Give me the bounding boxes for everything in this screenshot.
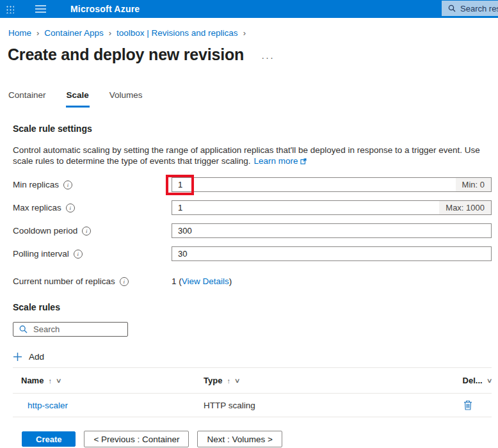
min-replicas-label-group: Min replicas i bbox=[13, 180, 172, 189]
chevron-down-icon[interactable]: ∨ bbox=[56, 377, 62, 384]
delete-header-label: Del... bbox=[463, 376, 483, 385]
azure-topbar: Microsoft Azure Search res bbox=[0, 0, 498, 18]
polling-interval-input[interactable] bbox=[172, 247, 491, 260]
rule-type-label: HTTP scaling bbox=[204, 401, 255, 410]
min-replicas-field: Min: 0 bbox=[172, 177, 492, 192]
polling-interval-field bbox=[172, 246, 492, 261]
min-replicas-row: Min replicas i Min: 0 bbox=[13, 177, 492, 192]
max-replicas-row: Max replicas i Max: 1000 bbox=[13, 200, 492, 215]
info-icon[interactable]: i bbox=[120, 277, 129, 286]
name-header-label: Name bbox=[21, 376, 44, 385]
current-replicas-prefix: 1 ( bbox=[172, 276, 182, 286]
tab-scale[interactable]: Scale bbox=[66, 90, 90, 108]
breadcrumb-toolbox-revisions[interactable]: toolbox | Revisions and replicas bbox=[116, 28, 238, 38]
min-replicas-label: Min replicas bbox=[13, 180, 59, 189]
info-icon[interactable]: i bbox=[66, 204, 75, 212]
name-column-header[interactable]: Name ↑ ∨ bbox=[21, 376, 204, 385]
scale-rules-search-input[interactable] bbox=[33, 324, 127, 334]
scale-rule-settings-heading: Scale rule settings bbox=[13, 124, 492, 134]
rule-name-link[interactable]: http-scaler bbox=[28, 401, 68, 410]
max-replicas-label: Max replicas bbox=[13, 203, 61, 212]
global-search-text: Search res bbox=[460, 4, 498, 13]
info-icon[interactable]: i bbox=[63, 180, 72, 189]
current-replicas-row: Current number of replicas i 1 (View Det… bbox=[13, 276, 492, 286]
footer-actions: Create < Previous : Container Next : Vol… bbox=[22, 431, 492, 447]
max-replicas-input[interactable] bbox=[172, 201, 439, 214]
info-icon[interactable]: i bbox=[82, 227, 91, 236]
polling-interval-label-group: Polling interval i bbox=[13, 249, 172, 259]
scale-rule-table-row: http-scaler HTTP scaling bbox=[13, 394, 492, 417]
max-replicas-field: Max: 1000 bbox=[172, 200, 492, 215]
polling-interval-label: Polling interval bbox=[13, 249, 69, 259]
scale-rules-search-box bbox=[13, 322, 128, 337]
app-launcher-icon[interactable] bbox=[6, 5, 14, 13]
breadcrumb-separator-icon: › bbox=[109, 28, 111, 38]
next-volumes-button[interactable]: Next : Volumes > bbox=[197, 431, 282, 447]
scale-rules-table-header: Name ↑ ∨ Type ↑ ∨ Del... ∨ bbox=[13, 368, 492, 394]
current-replicas-label-group: Current number of replicas i bbox=[13, 276, 172, 286]
page-title: Create and deploy new revision bbox=[8, 45, 244, 64]
min-replicas-suffix: Min: 0 bbox=[456, 178, 491, 191]
max-replicas-label-group: Max replicas i bbox=[13, 203, 172, 212]
external-link-icon bbox=[300, 158, 307, 164]
add-scale-rule-button[interactable]: Add bbox=[13, 352, 58, 362]
plus-icon bbox=[13, 352, 22, 362]
trash-icon bbox=[463, 400, 472, 410]
description-text: Control automatic scaling by setting the… bbox=[13, 145, 480, 166]
breadcrumb-separator-icon: › bbox=[243, 28, 246, 38]
info-icon[interactable]: i bbox=[74, 250, 83, 259]
min-replicas-input[interactable] bbox=[172, 178, 456, 191]
title-row: Create and deploy new revision ··· bbox=[8, 45, 498, 64]
cooldown-period-label: Cooldown period bbox=[13, 226, 77, 236]
overflow-menu-icon[interactable]: ··· bbox=[261, 52, 275, 63]
hamburger-menu-icon[interactable] bbox=[35, 5, 46, 13]
tab-volumes[interactable]: Volumes bbox=[109, 90, 143, 108]
scale-settings-fields: Min replicas i Min: 0 Max replicas i Max… bbox=[13, 177, 492, 261]
add-label: Add bbox=[29, 352, 44, 362]
rule-name-cell: http-scaler bbox=[21, 401, 204, 410]
polling-interval-row: Polling interval i bbox=[13, 246, 492, 261]
tab-container[interactable]: Container bbox=[8, 90, 47, 108]
type-column-header[interactable]: Type ↑ ∨ bbox=[204, 376, 435, 385]
scale-settings-description: Control automatic scaling by setting the… bbox=[13, 145, 489, 166]
previous-container-button[interactable]: < Previous : Container bbox=[84, 431, 189, 447]
breadcrumb-home[interactable]: Home bbox=[8, 28, 31, 38]
breadcrumb: Home › Container Apps › toolbox | Revisi… bbox=[8, 28, 498, 38]
cooldown-period-input[interactable] bbox=[172, 224, 491, 237]
cooldown-period-field bbox=[172, 223, 492, 238]
delete-column-header[interactable]: Del... ∨ bbox=[435, 376, 492, 385]
tab-bar: Container Scale Volumes bbox=[8, 90, 498, 108]
search-icon bbox=[19, 325, 28, 333]
breadcrumb-separator-icon: › bbox=[36, 28, 39, 38]
chevron-down-icon[interactable]: ∨ bbox=[486, 377, 492, 384]
sort-ascending-icon[interactable]: ↑ bbox=[227, 377, 230, 385]
current-replicas-value: 1 (View Details) bbox=[172, 276, 232, 286]
scale-rules-heading: Scale rules bbox=[13, 302, 492, 312]
brand-title: Microsoft Azure bbox=[70, 4, 140, 14]
rule-type-cell: HTTP scaling bbox=[204, 401, 435, 410]
global-search-box[interactable]: Search res bbox=[442, 1, 498, 16]
search-icon bbox=[448, 4, 456, 12]
cooldown-period-label-group: Cooldown period i bbox=[13, 226, 172, 236]
cooldown-period-row: Cooldown period i bbox=[13, 223, 492, 238]
learn-more-link[interactable]: Learn more bbox=[253, 156, 306, 166]
current-replicas-label: Current number of replicas bbox=[13, 276, 115, 286]
delete-rule-button[interactable] bbox=[458, 400, 478, 410]
current-replicas-suffix: ) bbox=[229, 276, 232, 286]
sort-ascending-icon[interactable]: ↑ bbox=[48, 377, 52, 385]
view-details-link[interactable]: View Details bbox=[182, 276, 229, 286]
max-replicas-suffix: Max: 1000 bbox=[439, 201, 491, 214]
rule-delete-cell bbox=[435, 400, 492, 410]
chevron-down-icon[interactable]: ∨ bbox=[234, 377, 241, 384]
breadcrumb-container-apps[interactable]: Container Apps bbox=[44, 28, 103, 38]
learn-more-label: Learn more bbox=[253, 156, 298, 166]
type-header-label: Type bbox=[204, 376, 222, 385]
create-button[interactable]: Create bbox=[22, 431, 76, 447]
